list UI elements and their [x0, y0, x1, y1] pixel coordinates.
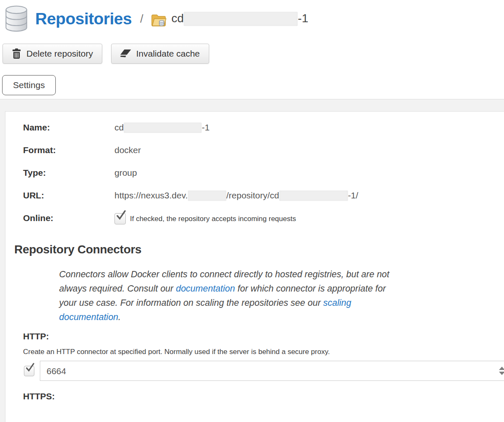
connector-description: Connectors allow Docker clients to conne… — [59, 267, 504, 324]
name-value: cd-1 — [114, 122, 210, 133]
documentation-link[interactable]: documentation — [176, 284, 235, 294]
name-value-suffix: -1 — [202, 122, 210, 132]
delete-repository-button[interactable]: Delete repository — [3, 44, 102, 64]
url-part1: https://nexus3.dev. — [114, 190, 188, 200]
repository-name-suffix: -1 — [298, 12, 308, 25]
online-label: Online: — [23, 213, 114, 223]
http-port-row — [24, 361, 504, 381]
scaling-documentation-link[interactable]: scaling — [323, 298, 351, 308]
field-row-name: Name: cd-1 — [23, 122, 504, 133]
http-connector-help: Create an HTTP connector at specified po… — [23, 348, 504, 356]
spinner-down-icon[interactable] — [499, 372, 504, 375]
description-text: always required. Consult our — [59, 284, 176, 294]
type-value: group — [114, 168, 137, 178]
http-port-input[interactable] — [46, 362, 492, 381]
online-control: If checked, the repository accepts incom… — [114, 213, 296, 224]
page-header: Repositories / cd-1 — [0, 0, 504, 33]
field-row-type: Type: group — [23, 168, 504, 179]
redacted-text — [184, 12, 298, 26]
page-title: Repositories — [35, 10, 132, 28]
checkmark-icon — [116, 211, 125, 220]
toolbar: Delete repository Invalidate cache — [3, 44, 504, 64]
description-text: . — [118, 312, 121, 322]
url-part3: -1/ — [348, 190, 359, 200]
repository-connectors-heading: Repository Connectors — [14, 243, 504, 256]
content-area: Name: cd-1 Format: docker Type: group UR… — [0, 99, 504, 422]
redacted-text — [188, 190, 226, 201]
scaling-documentation-link[interactable]: documentation — [59, 312, 118, 322]
http-enabled-checkbox[interactable] — [24, 366, 34, 376]
invalidate-cache-button[interactable]: Invalidate cache — [111, 44, 209, 64]
format-value: docker — [114, 145, 141, 155]
spinner-up-icon[interactable] — [499, 367, 504, 370]
redacted-text — [124, 122, 202, 133]
description-line-1: Connectors allow Docker clients to conne… — [59, 267, 504, 281]
online-help-text: If checked, the repository accepts incom… — [130, 215, 296, 223]
url-label: URL: — [23, 190, 114, 201]
http-port-field — [40, 361, 504, 381]
repository-name-prefix: cd — [171, 12, 184, 25]
redacted-text — [279, 190, 348, 201]
type-label: Type: — [23, 168, 114, 178]
description-text: Connectors allow Docker clients to conne… — [59, 269, 390, 279]
name-label: Name: — [23, 122, 114, 133]
eraser-icon — [120, 49, 131, 58]
breadcrumb-separator: / — [140, 13, 143, 26]
tab-bar: Settings — [0, 75, 504, 99]
tab-settings[interactable]: Settings — [2, 75, 56, 95]
https-connector-label: HTTPS: — [23, 391, 504, 401]
description-text: for which connector is appropriate for — [235, 284, 386, 294]
checkmark-icon — [25, 363, 34, 372]
url-part2: /repository/cd — [226, 190, 279, 200]
field-row-url: URL: https://nexus3.dev./repository/cd-1… — [23, 190, 504, 201]
port-spinner[interactable] — [497, 361, 504, 380]
description-line-3: your use case. For information on scalin… — [59, 296, 504, 310]
trash-icon — [12, 48, 21, 59]
name-value-prefix: cd — [114, 122, 124, 132]
description-line-2: always required. Consult our documentati… — [59, 281, 504, 296]
invalidate-cache-label: Invalidate cache — [136, 49, 200, 59]
repository-folder-icon — [151, 13, 166, 27]
field-row-online: Online: If checked, the repository accep… — [23, 213, 504, 224]
format-label: Format: — [23, 145, 114, 155]
database-icon — [3, 5, 29, 33]
url-value: https://nexus3.dev./repository/cd-1/ — [114, 190, 358, 201]
description-text: your use case. For information on scalin… — [59, 298, 323, 308]
settings-panel: Name: cd-1 Format: docker Type: group UR… — [5, 111, 504, 422]
delete-repository-label: Delete repository — [26, 49, 93, 59]
description-line-4: documentation. — [59, 310, 504, 324]
online-checkbox[interactable] — [114, 213, 126, 224]
field-row-format: Format: docker — [23, 145, 504, 156]
http-connector-label: HTTP: — [23, 331, 504, 341]
repository-name: cd-1 — [171, 12, 308, 26]
